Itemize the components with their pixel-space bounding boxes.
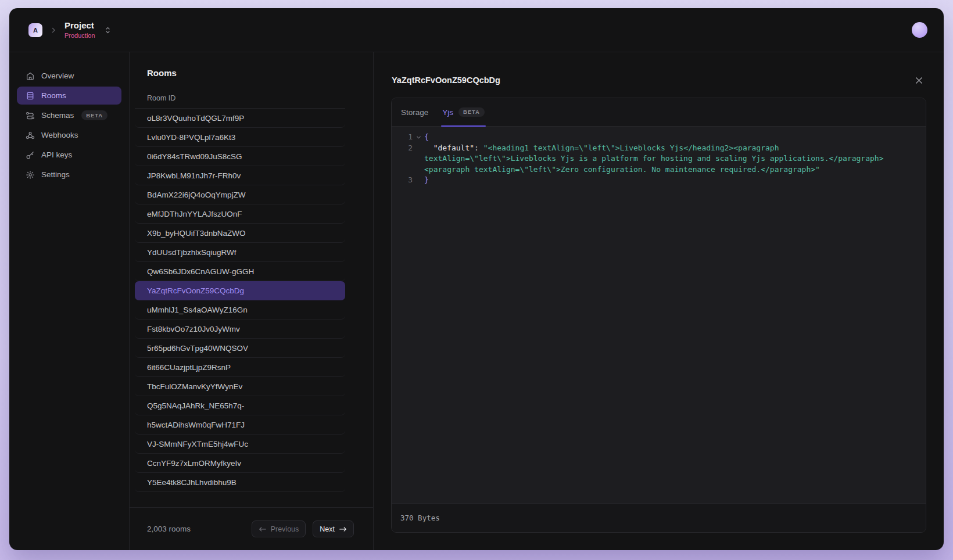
tab-label: Yjs (442, 108, 453, 117)
unfold-icon[interactable] (104, 26, 112, 34)
room-row[interactable]: YdUUsdTjbzhlxSqiugRWf (135, 243, 345, 262)
fold-spacer (413, 175, 424, 178)
room-id: TbcFulOZManvKyYfWynEv (147, 382, 242, 391)
room-row[interactable]: BdAmX22i6jQ4oOqYmpjZW (135, 185, 345, 204)
home-icon (26, 71, 35, 81)
code-editor[interactable]: 1{2 "default": "<heading1 textAlign=\"le… (392, 127, 926, 503)
room-detail-panel: YaZqtRcFvOonZ59CQcbDg Storage (374, 52, 944, 550)
room-row[interactable]: 5r65pd6hGvTpg40WNQSOV (135, 339, 345, 358)
desktop-background: A Project Production (0, 0, 953, 560)
room-row[interactable]: uMmhlJ1_Ss4aOAWyZ16Gn (135, 300, 345, 320)
tab-label: Storage (401, 108, 428, 117)
room-row[interactable]: 6it66CUazjptLjpZ9RsnP (135, 358, 345, 377)
fold-chevron-icon[interactable] (413, 132, 424, 140)
room-id: X9b_byHQUifT3dnbNaZWO (147, 229, 246, 238)
room-id: h5wctADihsWm0qFwH71FJ (147, 421, 245, 429)
room-id: 6it66CUazjptLjpZ9RsnP (147, 363, 231, 372)
room-id: eMfJDThJnYYLAJfszUOnF (147, 210, 242, 218)
gear-icon (26, 170, 35, 180)
sidebar-item-label: Rooms (41, 91, 66, 100)
rooms-count: 2,003 rooms (147, 525, 191, 533)
sidebar-item[interactable]: API keys (17, 146, 121, 164)
line-number: 3 (399, 175, 413, 186)
room-list: Room ID oL8r3VQuuhoTdQGL7mf9P Lvlu0YD-8P… (135, 89, 345, 492)
line-number: 2 (399, 143, 413, 154)
rooms-panel: Rooms Room ID oL8r3VQuuhoTdQGL7mf9P Lvlu… (130, 52, 374, 550)
arrow-left-icon (259, 526, 267, 533)
webhook-icon (26, 131, 35, 140)
room-row[interactable]: TbcFulOZManvKyYfWynEv (135, 377, 345, 396)
sidebar-item[interactable]: Webhooks (17, 126, 121, 144)
code-text: } (424, 175, 905, 186)
app-window: A Project Production (9, 8, 944, 550)
rooms-panel-title: Rooms (147, 67, 356, 79)
sidebar-item-label: Settings (41, 170, 70, 179)
code-text: "default": "<heading1 textAlign=\"left\"… (424, 143, 905, 175)
room-id: oL8r3VQuuhoTdQGL7mf9P (147, 114, 244, 123)
room-id: YdUUsdTjbzhlxSqiugRWf (147, 248, 237, 257)
room-row[interactable]: oL8r3VQuuhoTdQGL7mf9P (135, 109, 345, 128)
room-detail-title: YaZqtRcFvOonZ59CQcbDg (392, 76, 500, 85)
room-id: 0i6dY84sTRwd09JuS8cSG (147, 152, 242, 161)
code-line: 2 "default": "<heading1 textAlign=\"left… (399, 143, 926, 175)
room-row[interactable]: Q5g5NAqJAhRk_NE65h7q- (135, 396, 345, 415)
beta-badge: BETA (81, 110, 108, 120)
org-initial: A (33, 27, 38, 34)
rooms-icon (26, 91, 35, 100)
room-id: Y5Ee4tk8CJhLhvdibhu9B (147, 478, 237, 487)
room-id: YaZqtRcFvOonZ59CQcbDg (147, 286, 244, 295)
user-avatar[interactable] (912, 22, 927, 38)
tab[interactable]: Yjs BETA (442, 98, 484, 126)
sidebar-item-label: Schemas (41, 111, 74, 120)
environment-label: Production (65, 31, 95, 40)
room-id: Lvlu0YD-8PVQLpl7a6Kt3 (147, 133, 235, 142)
room-row[interactable]: Fst8kbvOo7z10Jv0JyWmv (135, 320, 345, 339)
rooms-footer: 2,003 rooms Previous Next (130, 507, 373, 550)
room-row[interactable]: X9b_byHQUifT3dnbNaZWO (135, 224, 345, 243)
chevron-right-icon (50, 27, 57, 34)
room-id: BdAmX22i6jQ4oOqYmpjZW (147, 191, 246, 199)
key-icon (26, 150, 35, 160)
document-size: 370 Bytes (400, 514, 440, 522)
previous-button[interactable]: Previous (252, 520, 306, 537)
room-row[interactable]: Qw6Sb6JDx6CnAGUW-gGGH (135, 262, 345, 281)
sidebar-item[interactable]: Schemas BETA (17, 106, 121, 124)
code-text: { (424, 132, 905, 143)
room-row[interactable]: Y5Ee4tk8CJhLhvdibhu9B (135, 473, 345, 492)
room-id: VJ-SMmNFyXTmE5hj4wFUc (147, 440, 248, 448)
sidebar-item[interactable]: Rooms (17, 87, 121, 105)
project-switcher[interactable]: Project Production (65, 20, 95, 40)
sidebar-item[interactable]: Settings (17, 166, 121, 184)
room-row[interactable]: VJ-SMmNFyXTmE5hj4wFUc (135, 435, 345, 454)
room-row[interactable]: Lvlu0YD-8PVQLpl7a6Kt3 (135, 128, 345, 147)
sidebar-item-label: Overview (41, 71, 74, 80)
tab-bar: Storage Yjs BETA (392, 98, 926, 127)
close-icon[interactable] (912, 73, 926, 87)
sidebar-item[interactable]: Overview (17, 67, 121, 85)
room-id: JP8KwbLM91nJh7r-FRh0v (147, 171, 241, 180)
room-row[interactable]: eMfJDThJnYYLAJfszUOnF (135, 204, 345, 224)
room-id: Q5g5NAqJAhRk_NE65h7q- (147, 401, 244, 410)
project-name: Project (65, 20, 95, 30)
room-row[interactable]: CcnYF9z7xLmORMyfkyeIv (135, 454, 345, 473)
app-header: A Project Production (9, 8, 944, 52)
tab[interactable]: Storage (401, 98, 428, 126)
sidebar-item-label: Webhooks (41, 131, 78, 139)
room-row[interactable]: 0i6dY84sTRwd09JuS8cSG (135, 147, 345, 166)
schemas-icon (26, 111, 35, 120)
org-avatar[interactable]: A (28, 23, 42, 37)
code-line: 1{ (399, 132, 926, 143)
beta-badge: BETA (458, 107, 485, 117)
room-row[interactable]: JP8KwbLM91nJh7r-FRh0v (135, 166, 345, 185)
room-id: Fst8kbvOo7z10Jv0JyWmv (147, 325, 240, 333)
arrow-right-icon (339, 526, 347, 533)
room-id-column-header: Room ID (135, 89, 345, 109)
editor-footer: 370 Bytes (392, 503, 926, 532)
next-button[interactable]: Next (313, 520, 354, 537)
room-data-viewer: Storage Yjs BETA 1{2 "default": "<headin… (391, 98, 926, 533)
sidebar-nav: Overview Rooms Schemas BETA (9, 52, 130, 550)
room-id: Qw6Sb6JDx6CnAGUW-gGGH (147, 267, 254, 276)
room-row[interactable]: h5wctADihsWm0qFwH71FJ (135, 415, 345, 435)
room-id: 5r65pd6hGvTpg40WNQSOV (147, 344, 248, 353)
room-row[interactable]: YaZqtRcFvOonZ59CQcbDg (135, 281, 345, 300)
